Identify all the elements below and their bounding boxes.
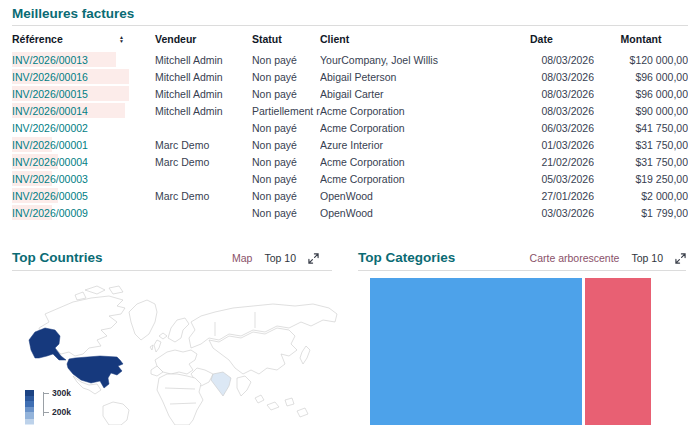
status-cell: Non payé: [252, 68, 320, 85]
invoices-table: Référence ▲▼ Vendeur Statut Client Date …: [12, 29, 688, 221]
vendor-cell: [155, 170, 252, 187]
table-row[interactable]: INV/2026/00003 Non payé Acme Corporation…: [12, 170, 688, 187]
reference-cell: INV/2026/00003: [12, 170, 155, 187]
client-cell: Azure Interior: [320, 136, 530, 153]
vendor-cell: Marc Demo: [155, 153, 252, 170]
legend-tick-200k: 200k: [52, 407, 71, 417]
vendor-cell: Mitchell Admin: [155, 51, 252, 68]
table-header-row: Référence ▲▼ Vendeur Statut Client Date …: [12, 29, 688, 51]
status-cell: Non payé: [252, 187, 320, 204]
reference-cell: INV/2026/00016: [12, 68, 155, 85]
invoice-reference-link[interactable]: INV/2026/00002: [12, 122, 88, 134]
invoice-reference-link[interactable]: INV/2026/00005: [12, 190, 88, 202]
invoice-reference-link[interactable]: INV/2026/00015: [12, 88, 88, 100]
amount-cell: $96 000,00: [594, 68, 688, 85]
status-cell: Non payé: [252, 204, 320, 221]
date-cell: 27/01/2026: [530, 187, 594, 204]
amount-cell: $31 750,00: [594, 153, 688, 170]
status-cell: Non payé: [252, 51, 320, 68]
status-cell: Non payé: [252, 119, 320, 136]
table-row[interactable]: INV/2026/00014 Mitchell Admin Partiellem…: [12, 102, 688, 119]
reference-cell: INV/2026/00013: [12, 51, 155, 68]
expand-icon[interactable]: [675, 253, 686, 264]
divider: [358, 270, 686, 271]
top-categories-title: Top Categories: [358, 250, 455, 265]
world-map-chart[interactable]: 300k 200k: [5, 278, 340, 425]
amount-cell: $2 000,00: [594, 187, 688, 204]
world-map: [5, 278, 340, 425]
treemap-view-toggle[interactable]: Carte arborescente: [530, 252, 620, 264]
invoice-reference-link[interactable]: INV/2026/00014: [12, 105, 88, 117]
vendor-cell: Mitchell Admin: [155, 85, 252, 102]
dashboard: Meilleures factures Référence ▲▼ Vendeur…: [0, 0, 690, 425]
status-cell: Partiellement réglé: [252, 102, 320, 119]
column-header-reference-label: Référence: [12, 33, 63, 45]
invoice-reference-link[interactable]: INV/2026/00001: [12, 139, 88, 151]
map-country-india[interactable]: [211, 372, 231, 396]
client-cell: YourCompany, Joel Willis: [320, 51, 530, 68]
client-cell: Acme Corporation: [320, 170, 530, 187]
sort-icon[interactable]: ▲▼: [119, 35, 124, 43]
map-legend-gradient: [25, 390, 34, 425]
top10-filter[interactable]: Top 10: [631, 252, 663, 264]
reference-cell: INV/2026/00001: [12, 136, 155, 153]
invoice-reference-link[interactable]: INV/2026/00013: [12, 54, 88, 66]
amount-cell: $19 250,00: [594, 170, 688, 187]
divider: [12, 25, 688, 26]
client-cell: Abigail Carter: [320, 85, 530, 102]
client-cell: OpenWood: [320, 204, 530, 221]
date-cell: 03/03/2026: [530, 204, 594, 221]
reference-cell: INV/2026/00009: [12, 204, 155, 221]
vendor-cell: [155, 204, 252, 221]
table-row[interactable]: INV/2026/00013 Mitchell Admin Non payé Y…: [12, 51, 688, 68]
reference-cell: INV/2026/00015: [12, 85, 155, 102]
reference-cell: INV/2026/00014: [12, 102, 155, 119]
table-row[interactable]: INV/2026/00009 Non payé OpenWood 03/03/2…: [12, 204, 688, 221]
vendor-cell: [155, 119, 252, 136]
column-header-reference[interactable]: Référence ▲▼: [12, 29, 155, 51]
table-row[interactable]: INV/2026/00005 Marc Demo Non payé OpenWo…: [12, 187, 688, 204]
treemap-segment[interactable]: [370, 278, 582, 425]
legend-tick-300k: 300k: [52, 388, 71, 398]
table-row[interactable]: INV/2026/00001 Marc Demo Non payé Azure …: [12, 136, 688, 153]
date-cell: 08/03/2026: [530, 85, 594, 102]
date-cell: 01/03/2026: [530, 136, 594, 153]
amount-cell: $31 750,00: [594, 136, 688, 153]
amount-cell: $96 000,00: [594, 85, 688, 102]
column-header-status[interactable]: Statut: [252, 29, 320, 51]
expand-icon[interactable]: [308, 253, 319, 264]
column-header-date[interactable]: Date: [530, 29, 594, 51]
table-row[interactable]: INV/2026/00002 Non payé Acme Corporation…: [12, 119, 688, 136]
vendor-cell: Marc Demo: [155, 187, 252, 204]
status-cell: Non payé: [252, 153, 320, 170]
top10-filter[interactable]: Top 10: [264, 252, 296, 264]
amount-cell: $120 000,00: [594, 51, 688, 68]
reference-cell: INV/2026/00002: [12, 119, 155, 136]
invoice-reference-link[interactable]: INV/2026/00003: [12, 173, 88, 185]
column-header-client[interactable]: Client: [320, 29, 530, 51]
map-view-toggle[interactable]: Map: [232, 252, 252, 264]
invoice-reference-link[interactable]: INV/2026/00009: [12, 207, 88, 219]
invoice-reference-link[interactable]: INV/2026/00004: [12, 156, 88, 168]
column-header-vendor[interactable]: Vendeur: [155, 29, 252, 51]
date-cell: 06/03/2026: [530, 119, 594, 136]
top-categories-widget: Top Categories Carte arborescente Top 10: [345, 244, 690, 425]
treemap-chart: [370, 278, 651, 425]
top-countries-widget: Top Countries Map Top 10: [0, 244, 345, 425]
amount-cell: $1 799,00: [594, 204, 688, 221]
client-cell: Acme Corporation: [320, 119, 530, 136]
reference-cell: INV/2026/00004: [12, 153, 155, 170]
vendor-cell: Mitchell Admin: [155, 102, 252, 119]
table-row[interactable]: INV/2026/00016 Mitchell Admin Non payé A…: [12, 68, 688, 85]
invoice-rows: INV/2026/00013 Mitchell Admin Non payé Y…: [12, 51, 688, 221]
amount-cell: $90 000,00: [594, 102, 688, 119]
top-countries-title: Top Countries: [12, 250, 103, 265]
divider: [12, 270, 332, 271]
vendor-cell: Marc Demo: [155, 136, 252, 153]
table-row[interactable]: INV/2026/00004 Marc Demo Non payé Acme C…: [12, 153, 688, 170]
treemap-segment[interactable]: [585, 278, 651, 425]
date-cell: 05/03/2026: [530, 170, 594, 187]
invoice-reference-link[interactable]: INV/2026/00016: [12, 71, 88, 83]
column-header-amount[interactable]: Montant: [594, 29, 688, 51]
table-row[interactable]: INV/2026/00015 Mitchell Admin Non payé A…: [12, 85, 688, 102]
